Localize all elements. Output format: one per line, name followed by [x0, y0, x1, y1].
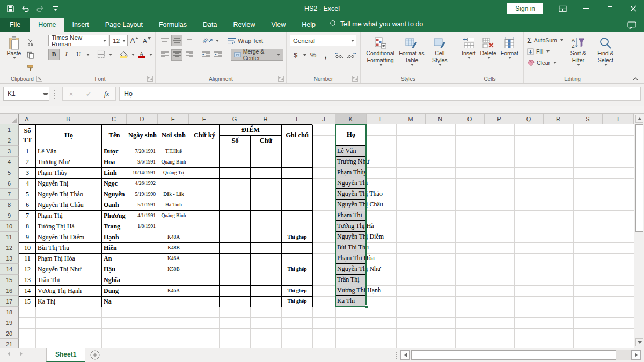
cell-G15[interactable] — [220, 275, 251, 286]
scroll-left-icon[interactable] — [400, 350, 410, 360]
cell-K16[interactable]: Vương Thị Hạnh — [335, 285, 367, 296]
cell-H3[interactable] — [251, 146, 282, 157]
cell-G6[interactable] — [220, 179, 251, 189]
cell-D13[interactable] — [127, 254, 158, 264]
next-sheet-icon[interactable] — [20, 352, 23, 356]
row-header-11[interactable]: 11 — [0, 232, 19, 242]
currency-caret[interactable] — [303, 54, 306, 56]
column-header-R[interactable]: R — [544, 114, 573, 124]
column-header-E[interactable]: E — [158, 114, 189, 124]
cell-G16[interactable] — [220, 286, 251, 297]
borders-caret[interactable] — [109, 54, 112, 56]
underline-button[interactable]: U — [73, 49, 84, 60]
cell-I8[interactable] — [282, 200, 313, 211]
column-header-B[interactable]: B — [35, 114, 101, 124]
cell-G17[interactable] — [220, 297, 251, 307]
row-header-6[interactable]: 6 — [0, 178, 19, 189]
cell-I13[interactable] — [282, 254, 313, 264]
row-header-12[interactable]: 12 — [0, 242, 19, 253]
cell-K3[interactable]: Lê Văn — [335, 146, 367, 157]
column-header-S[interactable]: S — [573, 114, 603, 124]
cell-E12[interactable]: K48B — [158, 243, 189, 254]
cell-D1[interactable]: Ngày sinh — [127, 125, 158, 146]
sign-in-button[interactable]: Sign in — [507, 3, 543, 14]
cell-A1[interactable]: Số TT — [19, 125, 36, 146]
cell-H12[interactable] — [251, 243, 282, 254]
column-header-P[interactable]: P — [485, 114, 514, 124]
cell-G14[interactable] — [220, 264, 251, 275]
decrease-decimal-icon[interactable] — [346, 49, 357, 61]
cell-C1[interactable]: Tên — [102, 125, 127, 146]
cell-I16[interactable]: Thi ghép — [282, 286, 313, 297]
align-left-icon[interactable] — [159, 49, 170, 61]
cell-K13[interactable]: Phạm Thị Hòa — [335, 253, 367, 264]
scroll-right-icon[interactable] — [631, 350, 641, 360]
cell-D12[interactable] — [127, 243, 158, 254]
cell-F10[interactable] — [189, 221, 220, 232]
cell-F3[interactable] — [189, 146, 220, 157]
column-header-G[interactable]: G — [219, 114, 250, 124]
cell-I5[interactable] — [282, 168, 313, 179]
cell-G10[interactable] — [220, 221, 251, 232]
vertical-scrollbar-thumb[interactable] — [635, 124, 643, 232]
wrap-text-button[interactable]: Wrap Text — [228, 35, 263, 46]
cell-H14[interactable] — [251, 264, 282, 275]
find-select-button[interactable]: Find & Select — [593, 35, 618, 68]
cell-D8[interactable]: 5/1/1991 — [127, 200, 158, 211]
cell-K15[interactable]: Trần Thị — [335, 275, 367, 285]
tab-review[interactable]: Review — [225, 18, 263, 32]
cell-B10[interactable]: Tưởng Thị Hà — [36, 221, 102, 232]
minimize-button[interactable] — [575, 0, 597, 17]
tab-insert[interactable]: Insert — [64, 18, 97, 32]
conditional-formatting-button[interactable]: Conditional Formatting — [364, 35, 397, 74]
cell-K5[interactable]: Phạm Thùy — [335, 167, 367, 178]
cell-K17[interactable]: Ka Thị — [335, 296, 367, 307]
cell-C17[interactable]: Na — [102, 297, 127, 307]
cell-A14[interactable]: 12 — [19, 264, 36, 275]
cell-F8[interactable] — [189, 200, 220, 211]
tab-data[interactable]: Data — [195, 18, 225, 32]
insert-function-icon[interactable]: fx — [104, 90, 109, 98]
cell-F12[interactable] — [189, 243, 220, 254]
cell-K7[interactable]: Nguyễn Thị Thảo — [335, 189, 367, 200]
cell-I10[interactable] — [282, 221, 313, 232]
cell-I6[interactable] — [282, 179, 313, 189]
column-header-Q[interactable]: Q — [514, 114, 544, 124]
cell-B15[interactable]: Trần Thị — [36, 275, 102, 286]
cell-A7[interactable]: 5 — [19, 189, 36, 200]
cell-K4[interactable]: Trương Như — [335, 157, 367, 167]
bold-button[interactable]: B — [48, 49, 60, 60]
cell-G5[interactable] — [220, 168, 251, 179]
cell-K14[interactable]: Nguyễn Thị Như — [335, 264, 367, 275]
cell-F14[interactable] — [189, 264, 220, 275]
percent-button[interactable]: % — [308, 49, 319, 61]
cell-A3[interactable]: 1 — [19, 146, 36, 157]
cell-E11[interactable]: K48A — [158, 232, 189, 243]
tab-view[interactable]: View — [263, 18, 294, 32]
cell-C14[interactable]: Hậu — [102, 264, 127, 275]
row-header-5[interactable]: 5 — [0, 167, 19, 178]
cell-D14[interactable] — [127, 264, 158, 275]
row-header-10[interactable]: 10 — [0, 221, 19, 232]
autosum-button[interactable]: ΣAutoSum — [527, 35, 564, 46]
underline-caret[interactable] — [86, 54, 90, 56]
row-header-14[interactable]: 14 — [0, 264, 19, 275]
cell-E1[interactable]: Nơi sinh — [158, 125, 189, 146]
fill-button[interactable]: Fill — [527, 46, 564, 57]
select-all-corner[interactable] — [0, 114, 19, 124]
cell-C15[interactable]: Nghĩa — [102, 275, 127, 286]
cell-G7[interactable] — [220, 189, 251, 200]
cell-D17[interactable] — [127, 297, 158, 307]
cell-G12[interactable] — [220, 243, 251, 254]
cell-H13[interactable] — [251, 254, 282, 264]
cell-I9[interactable] — [282, 211, 313, 221]
tabbar-splitter[interactable] — [396, 352, 397, 359]
cell-K10[interactable]: Tưởng Thị Hà — [335, 221, 367, 232]
scroll-up-icon[interactable] — [635, 115, 643, 123]
format-as-table-button[interactable]: Format as Table — [397, 35, 426, 74]
align-right-icon[interactable] — [184, 49, 195, 61]
close-button[interactable] — [623, 0, 644, 17]
cell-G1[interactable]: ĐIỂM — [220, 125, 282, 136]
tab-help[interactable]: Help — [294, 18, 324, 32]
cut-icon[interactable] — [25, 36, 36, 48]
